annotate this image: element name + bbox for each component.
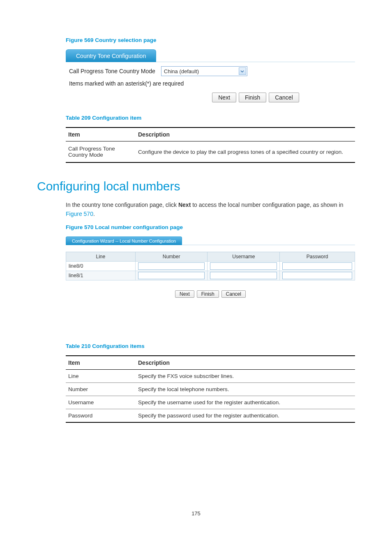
table-row: Username Specify the username used for t…: [66, 396, 355, 409]
cell-desc: Specify the FXS voice subscriber lines.: [136, 370, 355, 383]
table-row: Number Specify the local telephone numbe…: [66, 383, 355, 396]
finish-button[interactable]: Finish: [197, 290, 219, 298]
required-helper-text: Items marked with an asterisk(*) are req…: [66, 80, 355, 89]
country-mode-select[interactable]: China (default): [161, 66, 247, 76]
figure-570-caption: Figure 570 Local number configuration pa…: [66, 224, 355, 230]
username-input-0[interactable]: [210, 262, 277, 270]
th-username: Username: [208, 252, 280, 262]
table-210-caption: Table 210 Configuration items: [66, 343, 355, 349]
table-210: Item Description Line Specify the FXS vo…: [66, 355, 355, 423]
tab-country-tone[interactable]: Country Tone Configuration: [66, 49, 156, 62]
th-description: Description: [136, 356, 355, 370]
table-row: Call Progress Tone Country Mode Configur…: [66, 141, 355, 163]
cancel-button[interactable]: Cancel: [269, 93, 299, 102]
page-number: 175: [0, 510, 392, 517]
th-password: Password: [280, 252, 355, 262]
username-input-1[interactable]: [210, 272, 277, 279]
cell-desc: Specify the password used for the regist…: [136, 409, 355, 423]
cell-item: Number: [66, 383, 136, 396]
table-row: line8/1: [66, 271, 355, 280]
cell-item: Line: [66, 370, 136, 383]
section-paragraph: In the country tone configuration page, …: [66, 201, 355, 218]
table-209: Item Description Call Progress Tone Coun…: [66, 127, 355, 163]
password-input-1[interactable]: [282, 272, 352, 279]
cell-desc: Specify the local telephone numbers.: [136, 383, 355, 396]
cell-line-1: line8/1: [66, 271, 136, 280]
label-call-progress-tone: Call Progress Tone Country Mode: [69, 68, 155, 74]
table-209-caption: Table 209 Configuration item: [66, 115, 355, 121]
next-button[interactable]: Next: [212, 93, 236, 102]
link-figure-570[interactable]: Figure 570: [66, 211, 93, 217]
th-item: Item: [66, 127, 136, 141]
cell-line-0: line8/0: [66, 262, 136, 271]
tab-label: Country Tone Configuration: [76, 53, 146, 59]
figure-569-caption: Figure 569 Country selection page: [66, 37, 355, 43]
th-description: Description: [136, 127, 355, 141]
table-row: Password Specify the password used for t…: [66, 409, 355, 423]
section-heading-configuring-local-numbers: Configuring local numbers: [37, 179, 355, 193]
cell-item: Username: [66, 396, 136, 409]
cancel-button[interactable]: Cancel: [221, 290, 246, 298]
table-row: line8/0: [66, 262, 355, 271]
cell-item: Call Progress Tone Country Mode: [66, 141, 136, 163]
local-number-grid: Line Number Username Password line8/0 li…: [66, 252, 355, 280]
next-button[interactable]: Next: [175, 290, 194, 298]
local-number-config-panel: Configuration Wizard -- Local Number Con…: [66, 236, 355, 298]
cell-item: Password: [66, 409, 136, 423]
tab-label: Configuration Wizard -- Local Number Con…: [72, 239, 176, 243]
country-tone-config-panel: Country Tone Configuration Call Progress…: [66, 49, 355, 102]
finish-button[interactable]: Finish: [239, 93, 266, 102]
password-input-0[interactable]: [282, 262, 352, 270]
th-item: Item: [66, 356, 136, 370]
cell-desc: Specify the username used for the regist…: [136, 396, 355, 409]
tab-local-number-config[interactable]: Configuration Wizard -- Local Number Con…: [66, 236, 182, 245]
th-line: Line: [66, 252, 136, 262]
cell-desc: Configure the device to play the call pr…: [136, 141, 355, 163]
th-number: Number: [135, 252, 208, 262]
chevron-down-icon[interactable]: [239, 67, 246, 75]
select-value: China (default): [164, 68, 199, 74]
number-input-0[interactable]: [138, 262, 205, 270]
table-row: Line Specify the FXS voice subscriber li…: [66, 370, 355, 383]
number-input-1[interactable]: [138, 272, 205, 279]
